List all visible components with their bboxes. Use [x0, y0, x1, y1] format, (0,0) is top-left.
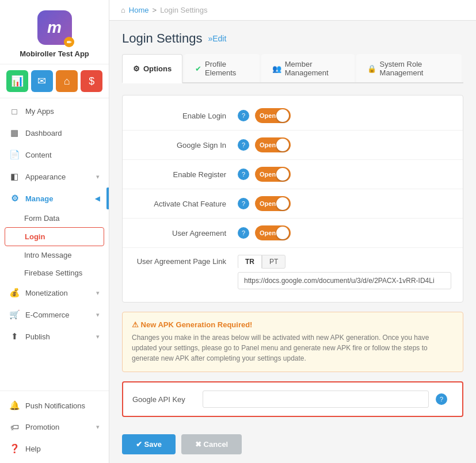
monetization-icon: 💰: [9, 288, 20, 298]
sidebar-item-login[interactable]: Login: [5, 227, 104, 246]
content-icon: 📄: [9, 150, 20, 160]
tab-label: Member Management: [285, 60, 344, 77]
settings-card: Enable Login ? Open Google Sign In ? Ope…: [122, 95, 463, 303]
active-bar: [106, 188, 109, 209]
google-sign-in-help[interactable]: ?: [238, 139, 249, 151]
cancel-button[interactable]: ✖ Cancel: [181, 434, 242, 454]
enable-register-knob: [276, 168, 289, 181]
activate-chat-knob: [276, 197, 289, 210]
tab-member-management[interactable]: 👥 Member Management: [261, 54, 355, 82]
enable-login-help[interactable]: ?: [238, 110, 249, 121]
quick-icon-money[interactable]: $: [81, 70, 102, 92]
sidebar-quick-icons: 📊 ✉ ⌂ $: [0, 64, 109, 98]
sidebar-item-manage[interactable]: ⚙ Manage ◀: [0, 188, 109, 209]
activate-chat-toggle-label: Open: [260, 200, 276, 207]
sidebar-item-help[interactable]: ❓ Help: [0, 438, 109, 460]
warning-title: ⚠ New APK Generation Required!: [132, 320, 454, 329]
sidebar-item-monetization[interactable]: 💰 Monetization ▾: [0, 282, 109, 304]
breadcrumb-home[interactable]: Home: [129, 6, 149, 14]
enable-login-toggle[interactable]: Open: [255, 108, 291, 123]
app-name: Mobiroller Test App: [20, 49, 89, 58]
sidebar-item-label: Appearance: [25, 173, 66, 181]
monetization-chevron: ▾: [96, 289, 100, 297]
quick-icon-home[interactable]: ⌂: [56, 70, 78, 92]
tab-label: System Role Management: [380, 60, 451, 77]
sidebar-item-form-data[interactable]: Form Data: [0, 209, 109, 227]
quick-icon-messages[interactable]: ✉: [31, 70, 53, 92]
sidebar-item-firebase-settings[interactable]: Firebase Settings: [0, 264, 109, 282]
sidebar-item-push-notifications[interactable]: 🔔 Push Notifications: [0, 395, 109, 416]
logo-badge: ✏: [64, 37, 74, 47]
appearance-icon: ◧: [9, 171, 20, 182]
api-key-help[interactable]: ?: [436, 393, 447, 405]
tab-system-role-management[interactable]: 🔒 System Role Management: [356, 54, 462, 82]
save-button[interactable]: ✔ Save: [122, 434, 176, 454]
sidebar-item-e-commerce[interactable]: 🛒 E-Commerce ▾: [0, 304, 109, 326]
sidebar-item-publish[interactable]: ⬆ Publish ▾: [0, 326, 109, 347]
tab-profile-elements[interactable]: ✔ Profile Elements: [184, 54, 260, 82]
manage-chevron: ◀: [95, 195, 100, 202]
push-notifications-icon: 🔔: [9, 400, 20, 411]
system-role-tab-icon: 🔒: [367, 64, 376, 73]
api-key-input[interactable]: [203, 391, 429, 408]
enable-register-toggle[interactable]: Open: [255, 167, 291, 182]
content-area: Login Settings »Edit ⚙ Options ✔ Profile…: [109, 21, 476, 463]
tab-label: Options: [143, 64, 172, 73]
sidebar: m ✏ Mobiroller Test App 📊 ✉ ⌂ $ □ My App…: [0, 0, 109, 463]
quick-icon-analytics[interactable]: 📊: [6, 70, 28, 92]
options-tab-icon: ⚙: [133, 64, 140, 73]
user-agreement-toggle[interactable]: Open: [255, 225, 291, 240]
google-sign-in-label: Google Sign In: [134, 141, 238, 150]
sidebar-item-my-apps[interactable]: □ My Apps: [0, 101, 109, 122]
appearance-chevron: ▾: [96, 173, 100, 181]
activate-chat-toggle[interactable]: Open: [255, 196, 291, 211]
google-sign-in-track: Open: [255, 137, 291, 152]
sidebar-item-label: Dashboard: [25, 129, 62, 137]
agreement-url-input[interactable]: [238, 272, 451, 289]
topbar: ⌂ Home > Login Settings: [109, 0, 476, 21]
enable-register-help[interactable]: ?: [238, 169, 249, 180]
sidebar-item-label: Manage: [25, 194, 53, 203]
setting-row-user-agreement: User Agreement ? Open: [123, 219, 463, 248]
user-agreement-knob: [276, 227, 289, 239]
activate-chat-help[interactable]: ?: [238, 198, 249, 209]
enable-login-knob: [276, 109, 289, 122]
agreement-link-content: TR PT: [238, 255, 451, 289]
page-title-row: Login Settings »Edit: [122, 31, 463, 46]
member-tab-icon: 👥: [272, 64, 281, 73]
sidebar-item-appearance[interactable]: ◧ Appearance ▾: [0, 166, 109, 188]
user-agreement-track: Open: [255, 225, 291, 240]
sidebar-item-intro-message[interactable]: Intro Message: [0, 246, 109, 264]
sidebar-item-promotion[interactable]: 🏷 Promotion ▾: [0, 416, 109, 438]
google-sign-in-toggle[interactable]: Open: [255, 137, 291, 152]
lang-tab-pt[interactable]: PT: [262, 255, 285, 269]
dashboard-icon: ▦: [9, 128, 20, 138]
sidebar-item-label: E-Commerce: [25, 311, 70, 319]
home-icon: ⌂: [121, 6, 125, 14]
sidebar-item-dashboard[interactable]: ▦ Dashboard: [0, 122, 109, 144]
warning-text: Changes you make in the areas below will…: [132, 332, 454, 363]
api-key-row: Google API Key ?: [132, 391, 453, 408]
sidebar-item-content[interactable]: 📄 Content: [0, 144, 109, 166]
google-sign-in-toggle-label: Open: [260, 141, 276, 148]
edit-link[interactable]: »Edit: [208, 34, 226, 43]
enable-login-track: Open: [255, 108, 291, 123]
agreement-link-label: User Agreement Page Link: [134, 255, 238, 266]
tab-options[interactable]: ⚙ Options: [122, 54, 182, 83]
user-agreement-help[interactable]: ?: [238, 227, 249, 239]
enable-login-label: Enable Login: [134, 112, 238, 120]
login-label: Login: [25, 232, 45, 241]
lang-tab-tr[interactable]: TR: [238, 255, 262, 269]
promotion-label: Promotion: [25, 423, 59, 431]
enable-register-toggle-label: Open: [260, 171, 276, 178]
manage-icon: ⚙: [9, 193, 20, 204]
setting-row-enable-login: Enable Login ? Open: [123, 101, 463, 131]
sidebar-bottom: 🔔 Push Notifications 🏷 Promotion ▾ ❓ Hel…: [0, 391, 109, 463]
action-row: ✔ Save ✖ Cancel: [122, 428, 463, 463]
enable-register-label: Enable Register: [134, 170, 238, 179]
activate-chat-label: Activate Chat Feature: [134, 200, 238, 208]
promotion-chevron: ▾: [96, 423, 100, 431]
setting-row-activate-chat: Activate Chat Feature ? Open: [123, 189, 463, 219]
help-label: Help: [25, 445, 41, 453]
firebase-label: Firebase Settings: [24, 269, 82, 277]
